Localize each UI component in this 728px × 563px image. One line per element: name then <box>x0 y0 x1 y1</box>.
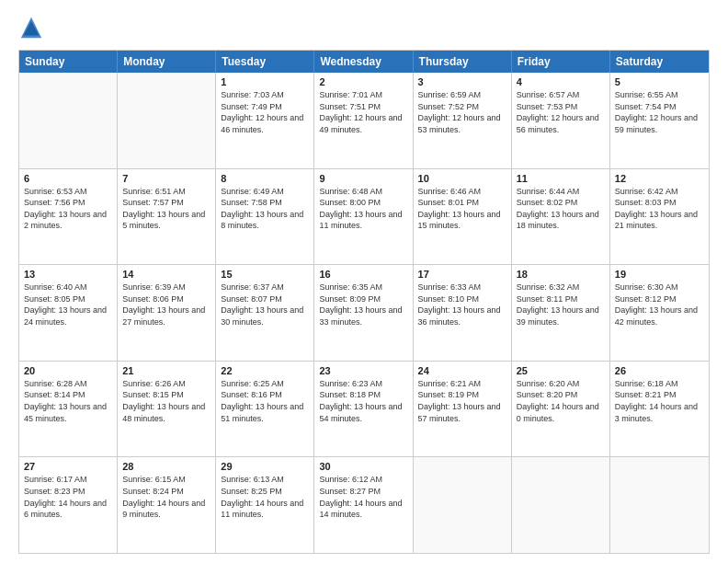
calendar-cell: 6Sunrise: 6:53 AMSunset: 7:56 PMDaylight… <box>19 169 118 265</box>
calendar-cell <box>118 73 216 168</box>
calendar-cell: 30Sunrise: 6:12 AMSunset: 8:27 PMDayligh… <box>314 457 413 553</box>
logo-icon <box>18 15 44 40</box>
calendar-cell <box>414 457 512 553</box>
calendar-cell <box>610 457 709 553</box>
calendar-week-row: 13Sunrise: 6:40 AMSunset: 8:05 PMDayligh… <box>19 265 709 362</box>
cell-info: Sunrise: 6:48 AMSunset: 8:00 PMDaylight:… <box>319 186 407 232</box>
calendar: SundayMondayTuesdayWednesdayThursdayFrid… <box>18 50 710 554</box>
day-header-friday: Friday <box>512 51 610 73</box>
cell-info: Sunrise: 6:30 AMSunset: 8:12 PMDaylight:… <box>615 282 704 327</box>
day-number: 21 <box>122 365 210 376</box>
day-number: 2 <box>319 76 407 87</box>
cell-info: Sunrise: 6:40 AMSunset: 8:05 PMDaylight:… <box>24 282 112 327</box>
cell-info: Sunrise: 6:57 AMSunset: 7:53 PMDaylight:… <box>517 89 605 135</box>
calendar-cell: 8Sunrise: 6:49 AMSunset: 7:58 PMDaylight… <box>216 169 314 265</box>
day-number: 17 <box>418 269 506 280</box>
day-number: 14 <box>122 269 210 280</box>
cell-info: Sunrise: 7:03 AMSunset: 7:49 PMDaylight:… <box>221 89 309 135</box>
header <box>18 15 710 40</box>
day-number: 19 <box>615 269 704 280</box>
calendar-header-row: SundayMondayTuesdayWednesdayThursdayFrid… <box>19 51 709 73</box>
day-header-thursday: Thursday <box>414 51 512 73</box>
calendar-cell: 10Sunrise: 6:46 AMSunset: 8:01 PMDayligh… <box>414 169 512 265</box>
calendar-page: SundayMondayTuesdayWednesdayThursdayFrid… <box>0 0 728 563</box>
day-number: 20 <box>24 365 112 376</box>
calendar-cell: 9Sunrise: 6:48 AMSunset: 8:00 PMDaylight… <box>314 169 413 265</box>
cell-info: Sunrise: 6:18 AMSunset: 8:21 PMDaylight:… <box>615 378 704 424</box>
day-header-saturday: Saturday <box>610 51 709 73</box>
cell-info: Sunrise: 6:59 AMSunset: 7:52 PMDaylight:… <box>418 89 506 135</box>
day-number: 25 <box>517 365 605 376</box>
cell-info: Sunrise: 6:37 AMSunset: 8:07 PMDaylight:… <box>221 282 309 327</box>
day-number: 7 <box>122 173 210 184</box>
day-number: 5 <box>615 76 704 87</box>
calendar-cell: 27Sunrise: 6:17 AMSunset: 8:23 PMDayligh… <box>19 457 118 553</box>
calendar-cell: 20Sunrise: 6:28 AMSunset: 8:14 PMDayligh… <box>19 362 118 457</box>
cell-info: Sunrise: 6:42 AMSunset: 8:03 PMDaylight:… <box>615 186 704 232</box>
day-number: 29 <box>221 461 309 472</box>
calendar-cell: 13Sunrise: 6:40 AMSunset: 8:05 PMDayligh… <box>19 265 118 361</box>
day-number: 6 <box>24 173 112 184</box>
day-number: 15 <box>221 269 309 280</box>
day-number: 16 <box>319 269 407 280</box>
day-number: 12 <box>615 173 704 184</box>
calendar-cell: 22Sunrise: 6:25 AMSunset: 8:16 PMDayligh… <box>216 362 314 457</box>
day-number: 11 <box>517 173 605 184</box>
calendar-cell: 1Sunrise: 7:03 AMSunset: 7:49 PMDaylight… <box>216 73 314 168</box>
day-number: 30 <box>319 461 407 472</box>
calendar-cell <box>512 457 610 553</box>
calendar-cell: 26Sunrise: 6:18 AMSunset: 8:21 PMDayligh… <box>610 362 709 457</box>
calendar-cell: 12Sunrise: 6:42 AMSunset: 8:03 PMDayligh… <box>610 169 709 265</box>
logo <box>18 15 48 40</box>
calendar-cell: 4Sunrise: 6:57 AMSunset: 7:53 PMDaylight… <box>512 73 610 168</box>
calendar-cell: 29Sunrise: 6:13 AMSunset: 8:25 PMDayligh… <box>216 457 314 553</box>
cell-info: Sunrise: 6:17 AMSunset: 8:23 PMDaylight:… <box>24 474 112 520</box>
cell-info: Sunrise: 6:13 AMSunset: 8:25 PMDaylight:… <box>221 474 309 520</box>
cell-info: Sunrise: 6:33 AMSunset: 8:10 PMDaylight:… <box>418 282 506 327</box>
day-number: 18 <box>517 269 605 280</box>
day-number: 24 <box>418 365 506 376</box>
calendar-cell: 3Sunrise: 6:59 AMSunset: 7:52 PMDaylight… <box>414 73 512 168</box>
day-header-monday: Monday <box>118 51 216 73</box>
calendar-cell: 2Sunrise: 7:01 AMSunset: 7:51 PMDaylight… <box>314 73 413 168</box>
calendar-body: 1Sunrise: 7:03 AMSunset: 7:49 PMDaylight… <box>19 73 709 553</box>
cell-info: Sunrise: 7:01 AMSunset: 7:51 PMDaylight:… <box>319 89 407 135</box>
day-number: 13 <box>24 269 112 280</box>
day-header-tuesday: Tuesday <box>216 51 314 73</box>
day-number: 1 <box>221 76 309 87</box>
cell-info: Sunrise: 6:28 AMSunset: 8:14 PMDaylight:… <box>24 378 112 424</box>
calendar-week-row: 27Sunrise: 6:17 AMSunset: 8:23 PMDayligh… <box>19 457 709 553</box>
day-number: 9 <box>319 173 407 184</box>
day-header-sunday: Sunday <box>19 51 118 73</box>
cell-info: Sunrise: 6:53 AMSunset: 7:56 PMDaylight:… <box>24 186 112 232</box>
cell-info: Sunrise: 6:55 AMSunset: 7:54 PMDaylight:… <box>615 89 704 135</box>
cell-info: Sunrise: 6:44 AMSunset: 8:02 PMDaylight:… <box>517 186 605 232</box>
cell-info: Sunrise: 6:35 AMSunset: 8:09 PMDaylight:… <box>319 282 407 327</box>
day-number: 8 <box>221 173 309 184</box>
day-number: 28 <box>122 461 210 472</box>
day-number: 26 <box>615 365 704 376</box>
cell-info: Sunrise: 6:46 AMSunset: 8:01 PMDaylight:… <box>418 186 506 232</box>
calendar-cell: 16Sunrise: 6:35 AMSunset: 8:09 PMDayligh… <box>314 265 413 361</box>
cell-info: Sunrise: 6:21 AMSunset: 8:19 PMDaylight:… <box>418 378 506 424</box>
cell-info: Sunrise: 6:23 AMSunset: 8:18 PMDaylight:… <box>319 378 407 424</box>
calendar-cell: 21Sunrise: 6:26 AMSunset: 8:15 PMDayligh… <box>118 362 216 457</box>
cell-info: Sunrise: 6:49 AMSunset: 7:58 PMDaylight:… <box>221 186 309 232</box>
calendar-cell: 7Sunrise: 6:51 AMSunset: 7:57 PMDaylight… <box>118 169 216 265</box>
day-number: 10 <box>418 173 506 184</box>
day-number: 3 <box>418 76 506 87</box>
cell-info: Sunrise: 6:39 AMSunset: 8:06 PMDaylight:… <box>122 282 210 327</box>
cell-info: Sunrise: 6:12 AMSunset: 8:27 PMDaylight:… <box>319 474 407 520</box>
calendar-cell: 17Sunrise: 6:33 AMSunset: 8:10 PMDayligh… <box>414 265 512 361</box>
cell-info: Sunrise: 6:32 AMSunset: 8:11 PMDaylight:… <box>517 282 605 327</box>
calendar-cell: 24Sunrise: 6:21 AMSunset: 8:19 PMDayligh… <box>414 362 512 457</box>
day-number: 22 <box>221 365 309 376</box>
calendar-cell: 28Sunrise: 6:15 AMSunset: 8:24 PMDayligh… <box>118 457 216 553</box>
day-header-wednesday: Wednesday <box>314 51 413 73</box>
calendar-cell: 11Sunrise: 6:44 AMSunset: 8:02 PMDayligh… <box>512 169 610 265</box>
calendar-week-row: 20Sunrise: 6:28 AMSunset: 8:14 PMDayligh… <box>19 362 709 458</box>
calendar-week-row: 1Sunrise: 7:03 AMSunset: 7:49 PMDaylight… <box>19 73 709 169</box>
day-number: 23 <box>319 365 407 376</box>
cell-info: Sunrise: 6:25 AMSunset: 8:16 PMDaylight:… <box>221 378 309 424</box>
calendar-cell: 23Sunrise: 6:23 AMSunset: 8:18 PMDayligh… <box>314 362 413 457</box>
